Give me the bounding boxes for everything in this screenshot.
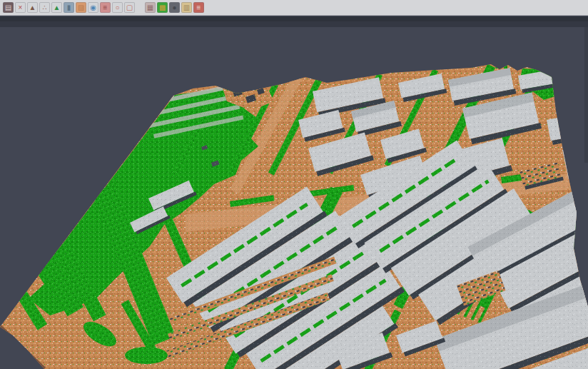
red-list-icon[interactable]: ≡: [100, 2, 111, 13]
toolbar-separator: [0, 16, 588, 21]
flag-red-icon[interactable]: ≡: [193, 2, 204, 13]
globe-icon[interactable]: ◉: [88, 2, 98, 13]
viewport-top-shade: [0, 21, 588, 27]
dark-sphere-icon[interactable]: ●: [169, 2, 180, 13]
hill-green-icon[interactable]: ▲: [51, 2, 62, 13]
speckle-overlay: [0, 77, 588, 369]
toolbar-group-gap: [135, 7, 143, 8]
point-cloud-canvas: [0, 21, 588, 369]
3d-viewport[interactable]: [0, 21, 588, 369]
grid-tool-icon[interactable]: ▦: [145, 2, 156, 13]
column-blue-icon[interactable]: ▮: [64, 2, 74, 13]
area-orange-icon[interactable]: ▨: [76, 2, 86, 13]
classification-colors-icon[interactable]: ▩: [157, 2, 168, 13]
measure-yellow-icon[interactable]: ▥: [181, 2, 192, 13]
align-tool-icon[interactable]: ×: [15, 2, 26, 13]
application-window: ▤×▲∴▲▮▨◉≡○▢▦▩●▥≡: [0, 0, 588, 369]
main-toolbar: ▤×▲∴▲▮▨◉≡○▢▦▩●▥≡: [0, 0, 588, 16]
viewport-right-shade: [584, 27, 588, 163]
circle-select-icon[interactable]: ○: [112, 2, 123, 13]
terrain-brown-icon[interactable]: ▲: [27, 2, 38, 13]
rect-select-icon[interactable]: ▢: [124, 2, 135, 13]
point-cloud: [0, 60, 588, 369]
file-tool-icon[interactable]: ▤: [3, 2, 14, 13]
points-tool-icon[interactable]: ∴: [39, 2, 50, 13]
